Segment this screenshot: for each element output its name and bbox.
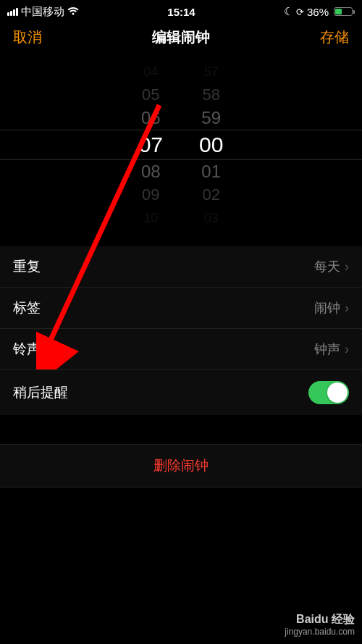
picker-item: 02 [202,183,219,206]
moon-icon: ☾ [284,5,293,18]
hour-picker[interactable]: 04 05 06 07 08 09 10 [139,63,163,226]
repeat-value: 每天 [314,258,340,275]
picker-item: 10 [143,206,158,227]
label-value: 闹钟 [314,299,340,317]
snooze-toggle[interactable] [308,381,349,404]
status-right: ☾ ⟳ 36% [284,5,355,18]
picker-item: 04 [143,63,158,83]
rotation-lock-icon: ⟳ [296,7,304,17]
watermark-url: jingyan.baidu.com [285,627,355,638]
picker-item: 09 [142,183,159,206]
picker-item: 01 [201,160,221,183]
picker-item: 58 [202,83,219,106]
delete-section: 删除闹钟 [0,444,362,488]
chevron-right-icon: › [345,342,349,357]
status-bar: 中国移动 15:14 ☾ ⟳ 36% [0,0,362,20]
snooze-label: 稍后提醒 [13,383,68,402]
status-left: 中国移动 [7,5,79,19]
sound-row[interactable]: 铃声 钟声 › [0,329,362,370]
time-picker[interactable]: 04 05 06 07 08 09 10 57 58 59 00 01 02 0… [0,63,362,226]
cancel-button[interactable]: 取消 [13,28,42,47]
settings-list: 重复 每天 › 标签 闹钟 › 铃声 钟声 › 稍后提醒 [0,246,362,415]
snooze-row: 稍后提醒 [0,370,362,415]
sound-value: 钟声 [314,340,340,358]
signal-icon [7,8,18,16]
picker-item: 05 [142,83,159,106]
watermark-brand: Baidu 经验 [285,612,355,627]
chevron-right-icon: › [345,301,349,316]
repeat-label: 重复 [13,257,41,276]
nav-bar: 取消 编辑闹钟 存储 [0,20,362,57]
picker-item: 08 [141,160,161,183]
label-row[interactable]: 标签 闹钟 › [0,288,362,329]
sound-label: 铃声 [13,340,41,359]
carrier-label: 中国移动 [21,5,64,19]
picker-item: 59 [201,106,221,130]
picker-item: 03 [204,206,219,227]
minute-picker[interactable]: 57 58 59 00 01 02 03 [199,63,223,226]
battery-icon [332,7,355,16]
wifi-icon [67,6,79,18]
page-title: 编辑闹钟 [152,28,210,47]
repeat-row[interactable]: 重复 每天 › [0,246,362,288]
status-time: 15:14 [167,6,195,18]
chevron-right-icon: › [345,259,349,275]
battery-pct: 36% [307,6,329,18]
delete-alarm-button[interactable]: 删除闹钟 [0,445,362,487]
picker-item: 06 [141,106,161,130]
save-button[interactable]: 存储 [320,28,349,47]
label-label: 标签 [13,298,41,317]
picker-item-selected: 07 [139,130,163,160]
watermark: Baidu 经验 jingyan.baidu.com [285,612,355,638]
picker-item-selected: 00 [199,130,223,160]
picker-item: 57 [204,63,219,83]
